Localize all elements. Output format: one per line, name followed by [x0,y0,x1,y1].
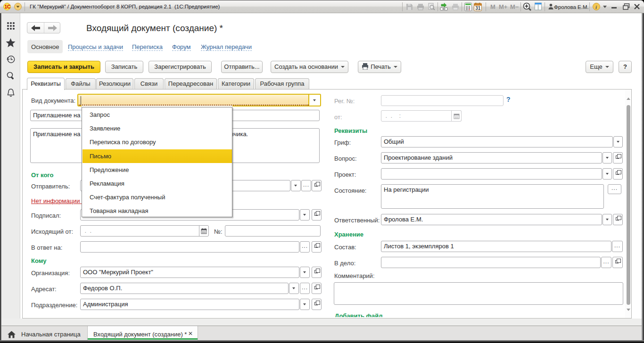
svg-text:1С: 1С [5,4,11,9]
svg-text:31: 31 [475,6,481,11]
